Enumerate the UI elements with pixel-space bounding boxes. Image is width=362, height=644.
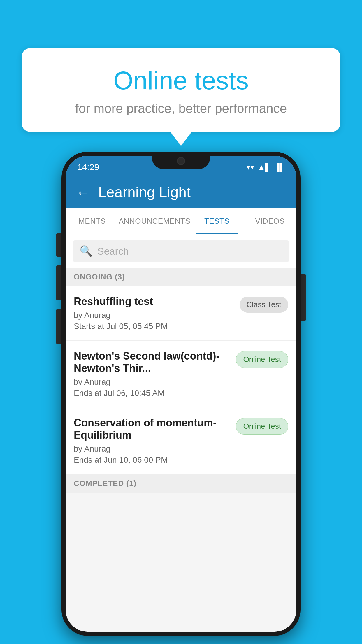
tab-bar: MENTS ANNOUNCEMENTS TESTS VIDEOS [66, 208, 296, 235]
search-input-wrapper[interactable]: 🔍 Search [73, 240, 289, 262]
test-info-newton: Newton's Second law(contd)-Newton's Thir… [74, 350, 236, 398]
tab-videos[interactable]: VIDEOS [243, 208, 296, 234]
completed-section-header: COMPLETED (1) [66, 474, 296, 493]
battery-icon: ▐▌ [274, 163, 285, 172]
back-button[interactable]: ← [76, 184, 90, 200]
screen-content: 14:29 ▾▾ ▲▌ ▐▌ ← Learning Light MENTS [66, 156, 296, 632]
test-author-newton: by Anurag [74, 377, 230, 387]
tab-announcements[interactable]: ANNOUNCEMENTS [119, 208, 190, 234]
camera [177, 157, 185, 165]
ongoing-section-title: ONGOING (3) [74, 272, 125, 281]
test-author-reshuffling: by Anurag [74, 311, 234, 320]
status-icons: ▾▾ ▲▌ ▐▌ [247, 163, 285, 172]
wifi-icon: ▾▾ [247, 163, 254, 172]
bubble-title: Online tests [36, 66, 326, 95]
phone-frame: 14:29 ▾▾ ▲▌ ▐▌ ← Learning Light MENTS [61, 152, 301, 636]
ongoing-section-header: ONGOING (3) [66, 268, 296, 286]
tab-tests[interactable]: TESTS [190, 208, 243, 234]
test-author-conservation: by Anurag [74, 444, 230, 454]
test-name-reshuffling: Reshuffling test [74, 295, 234, 308]
tab-ments[interactable]: MENTS [66, 208, 119, 234]
test-item-conservation[interactable]: Conservation of momentum-Equilibrium by … [66, 407, 296, 474]
test-date-conservation: Ends at Jun 10, 06:00 PM [74, 455, 230, 465]
test-name-conservation: Conservation of momentum-Equilibrium [74, 417, 230, 441]
phone-button-vol-down [56, 309, 61, 344]
test-item-reshuffling[interactable]: Reshuffling test by Anurag Starts at Jul… [66, 286, 296, 341]
badge-online-test-2: Online Test [236, 351, 288, 368]
test-info-reshuffling: Reshuffling test by Anurag Starts at Jul… [74, 295, 240, 331]
test-name-newton: Newton's Second law(contd)-Newton's Thir… [74, 350, 230, 374]
phone-screen: 14:29 ▾▾ ▲▌ ▐▌ ← Learning Light MENTS [66, 156, 296, 632]
completed-section-title: COMPLETED (1) [74, 479, 136, 488]
phone-button-vol-up [56, 265, 61, 300]
status-time: 14:29 [77, 162, 99, 172]
test-date-newton: Ends at Jul 06, 10:45 AM [74, 388, 230, 398]
badge-online-test-3: Online Test [236, 418, 288, 435]
phone-container: 14:29 ▾▾ ▲▌ ▐▌ ← Learning Light MENTS [61, 152, 301, 636]
speech-bubble: Online tests for more practice, better p… [22, 48, 340, 132]
signal-icon: ▲▌ [258, 163, 270, 172]
badge-class-test-1: Class Test [240, 297, 288, 313]
test-info-conservation: Conservation of momentum-Equilibrium by … [74, 417, 236, 465]
notch [152, 152, 210, 169]
test-item-newton[interactable]: Newton's Second law(contd)-Newton's Thir… [66, 341, 296, 407]
test-list: Reshuffling test by Anurag Starts at Jul… [66, 286, 296, 474]
search-icon: 🔍 [80, 245, 93, 257]
phone-button-right [301, 274, 306, 321]
search-placeholder: Search [97, 246, 129, 257]
test-date-reshuffling: Starts at Jul 05, 05:45 PM [74, 322, 234, 331]
app-title: Learning Light [98, 184, 191, 201]
search-bar: 🔍 Search [66, 235, 296, 268]
bubble-subtitle: for more practice, better performance [36, 101, 326, 116]
phone-button-power [56, 233, 61, 257]
app-bar: ← Learning Light [66, 176, 296, 208]
